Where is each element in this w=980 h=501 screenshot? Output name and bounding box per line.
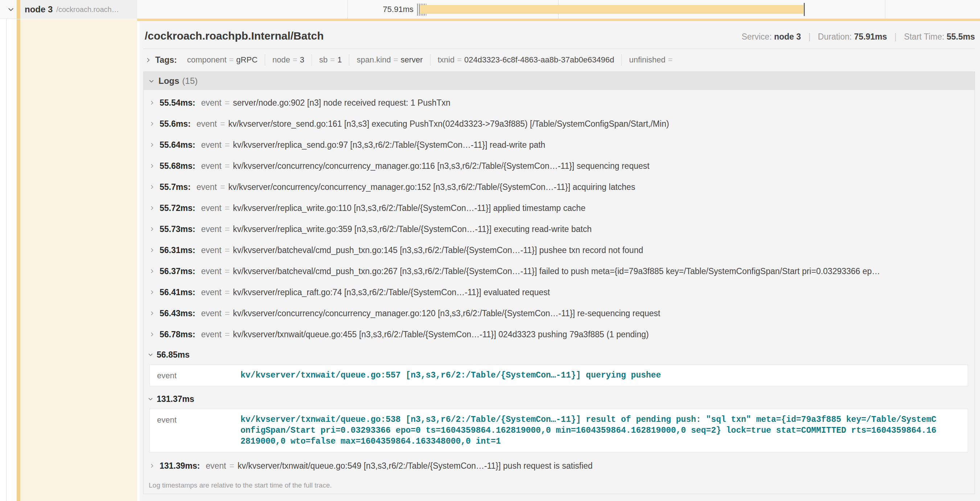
- span-meta-info: Service: node 3 | Duration: 75.91ms | St…: [742, 32, 975, 42]
- log-entry-row[interactable]: 56.41ms: event = kv/kvserver/replica_raf…: [144, 282, 975, 303]
- log-entry-row[interactable]: 55.72ms: event = kv/kvserver/replica_wri…: [144, 198, 975, 219]
- log-timestamp: 56.31ms:: [159, 246, 195, 255]
- log-timestamp: 55.64ms:: [159, 140, 195, 150]
- span-row-header: node 3 /cockroach.roach… 75.91ms: [0, 0, 980, 19]
- chevron-right-icon: [150, 463, 154, 468]
- tag-item: node=3: [265, 54, 312, 66]
- chevron-right-icon: [150, 227, 154, 231]
- log-timestamp: 56.37ms:: [159, 266, 195, 276]
- chevron-right-icon: [150, 121, 154, 126]
- log-timestamp: 56.41ms:: [159, 287, 195, 297]
- log-field-name: event: [157, 370, 240, 381]
- logs-footer-note: Log timestamps are relative to the start…: [144, 478, 975, 494]
- log-message: kv/kvserver/replica_write.go:110 [n3,s3,…: [233, 203, 585, 213]
- tag-equals: =: [457, 55, 462, 64]
- trace-detail-page: node 3 /cockroach.roach… 75.91ms /cockro…: [0, 0, 980, 501]
- log-entry-expanded-header[interactable]: 131.37ms: [144, 389, 975, 409]
- tag-key: span.kind: [356, 55, 391, 64]
- log-timestamp: 55.73ms:: [159, 224, 195, 234]
- tag-value: 3: [300, 55, 304, 64]
- logs-section-toggle[interactable]: Logs (15): [144, 72, 975, 90]
- tag-key: component: [187, 55, 227, 64]
- log-entry-row[interactable]: 56.37ms: event = kv/kvserver/batcheval/c…: [144, 261, 975, 282]
- log-entry-row[interactable]: 56.31ms: event = kv/kvserver/batcheval/c…: [144, 239, 975, 261]
- log-message: server/node.go:902 [n3] node received re…: [233, 98, 450, 108]
- log-entry-row[interactable]: 56.78ms: event = kv/kvserver/txnwait/que…: [144, 324, 975, 345]
- log-entry-row[interactable]: 55.7ms: event = kv/kvserver/concurrency/…: [144, 176, 975, 198]
- log-timestamp: 56.78ms:: [159, 330, 195, 340]
- tag-value: gRPC: [236, 55, 258, 64]
- log-equals: =: [225, 266, 229, 276]
- tag-item: component=gRPC: [180, 54, 265, 66]
- chevron-right-icon: [150, 163, 154, 168]
- start-time-value: 55.5ms: [947, 32, 975, 41]
- log-field-name: event: [201, 309, 221, 318]
- log-field-name: event: [201, 330, 221, 340]
- log-message: kv/kvserver/replica_send.go:97 [n3,s3,r6…: [233, 140, 545, 150]
- log-detail-card: event kv/kvserver/txnwait/queue.go:538 […: [150, 409, 968, 452]
- span-end-marker: [804, 3, 805, 16]
- log-entry-row[interactable]: 55.64ms: event = kv/kvserver/replica_sen…: [144, 134, 975, 155]
- log-entry-row[interactable]: 56.43ms: event = kv/kvserver/concurrency…: [144, 303, 975, 324]
- log-equals: =: [229, 461, 234, 471]
- span-name-tab[interactable]: node 3 /cockroach.roach…: [17, 0, 137, 19]
- log-timestamp: 55.7ms:: [159, 182, 191, 192]
- title-divider: [143, 49, 975, 49]
- chevron-down-icon: [148, 352, 153, 357]
- log-equals: =: [225, 98, 229, 108]
- tag-value: server: [401, 55, 423, 64]
- log-field-name: event: [201, 287, 221, 297]
- tag-item: span.kind=server: [349, 54, 430, 66]
- span-duration-bar[interactable]: [420, 5, 803, 14]
- log-timestamp: 55.6ms:: [159, 119, 191, 129]
- duration-value: 75.91ms: [854, 32, 887, 41]
- log-entry-expanded-header[interactable]: 56.85ms: [144, 345, 975, 364]
- log-message: kv/kvserver/replica_write.go:359 [n3,s3,…: [233, 224, 592, 234]
- tags-section-toggle[interactable]: Tags: component=gRPC node=3 sb=1 span.ki…: [143, 54, 975, 66]
- log-equals: =: [225, 203, 229, 213]
- log-timestamp: 55.54ms:: [159, 98, 195, 108]
- tag-equals: =: [393, 55, 398, 64]
- log-field-name: event: [201, 246, 221, 255]
- log-field-value: kv/kvserver/txnwait/queue.go:557 [n3,s3,…: [240, 370, 940, 381]
- log-timestamp: 55.68ms:: [159, 161, 195, 171]
- log-field-value: kv/kvserver/txnwait/queue.go:538 [n3,s3,…: [240, 414, 940, 447]
- tag-key: sb: [319, 55, 328, 64]
- collapse-children-toggle[interactable]: [6, 5, 15, 14]
- tag-equals: =: [293, 55, 298, 64]
- chevron-down-icon: [148, 396, 153, 402]
- log-entry-row[interactable]: 55.54ms: event = server/node.go:902 [n3]…: [144, 92, 975, 113]
- log-field-name: event: [197, 182, 217, 192]
- log-timestamp: 131.37ms: [157, 394, 194, 404]
- chevron-right-icon: [150, 311, 154, 316]
- log-message: kv/kvserver/concurrency/concurrency_mana…: [233, 161, 649, 171]
- log-equals: =: [225, 161, 229, 171]
- log-entry-row[interactable]: 131.39ms: event = kv/kvserver/txnwait/qu…: [144, 455, 975, 476]
- log-timestamp: 131.39ms:: [159, 461, 200, 471]
- tag-item: unfinished=: [621, 54, 682, 66]
- log-list: 55.54ms: event = server/node.go:902 [n3]…: [144, 90, 975, 476]
- log-entry-row[interactable]: 55.6ms: event = kv/kvserver/store_send.g…: [144, 113, 975, 134]
- log-message: kv/kvserver/concurrency/concurrency_mana…: [228, 182, 635, 192]
- name-column-rule: [6, 19, 6, 501]
- log-entry-expanded: 131.37ms event kv/kvserver/txnwait/queue…: [144, 389, 975, 452]
- log-equals: =: [225, 224, 229, 234]
- log-timestamp: 56.85ms: [157, 350, 190, 360]
- tag-value: 024d3323-6c8f-4863-aa8b-37ab0e63496d: [464, 55, 614, 64]
- logs-section: Logs (15) 55.54ms: event = server/node.g…: [143, 72, 975, 494]
- selected-span-name-column[interactable]: [17, 19, 137, 501]
- chevron-right-icon: [150, 332, 154, 337]
- log-entry-row[interactable]: 55.68ms: event = kv/kvserver/concurrency…: [144, 155, 975, 176]
- meta-separator: |: [894, 32, 897, 41]
- tag-value: 1: [337, 55, 342, 64]
- page-title: /cockroach.roachpb.Internal/Batch: [145, 30, 323, 42]
- chevron-right-icon: [150, 142, 154, 147]
- log-field-name: event: [201, 98, 221, 108]
- chevron-right-icon: [150, 290, 154, 295]
- log-message: kv/kvserver/concurrency/concurrency_mana…: [233, 309, 660, 318]
- chevron-right-icon: [150, 269, 154, 274]
- log-field-name: event: [201, 266, 221, 276]
- log-entry-row[interactable]: 55.73ms: event = kv/kvserver/replica_wri…: [144, 219, 975, 239]
- service-label: Service:: [742, 32, 772, 41]
- chevron-right-icon: [150, 206, 154, 211]
